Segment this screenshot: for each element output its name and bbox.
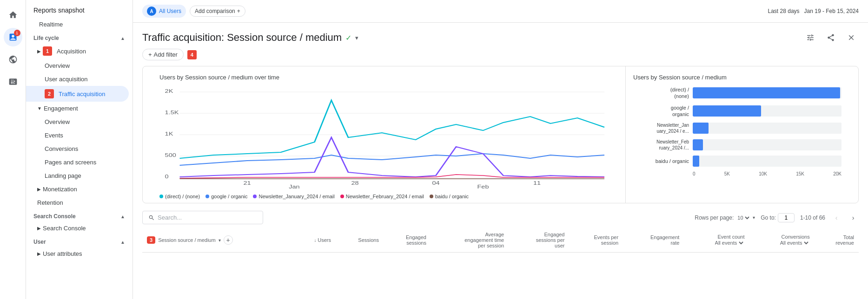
line-chart-svg: 2K 1.5K 1K 500 0 xyxy=(159,86,618,188)
svg-text:Jan: Jan xyxy=(289,184,299,188)
next-page-button[interactable]: › xyxy=(848,212,859,223)
engagement-subsection[interactable]: ▼ Engagement xyxy=(26,102,133,115)
bar-label-newsletter-feb: Newsletter_February_2024 /... xyxy=(633,139,689,151)
bar-track-newsletter-jan xyxy=(693,123,841,134)
user-chevron: ▲ xyxy=(120,240,125,245)
lifecycle-chevron: ▲ xyxy=(120,36,125,41)
svg-text:04: 04 xyxy=(432,181,439,186)
legend-google: google / organic xyxy=(205,194,247,199)
reports-snapshot-label: Reports snapshot xyxy=(33,6,85,14)
title-dropdown-chevron[interactable]: ▾ xyxy=(355,34,358,41)
data-table: 3 Session source / medium ▾ + ↓ Users Se… xyxy=(142,228,859,253)
page-info: 1-10 of 66 xyxy=(800,214,825,221)
add-comparison-button[interactable]: Add comparison + xyxy=(190,6,245,17)
sidebar-item-overview-eng[interactable]: Overview xyxy=(26,115,129,129)
search-box[interactable]: Search... xyxy=(142,211,263,224)
top-bar-left: A All Users Add comparison + xyxy=(142,5,245,18)
svg-text:11: 11 xyxy=(533,181,541,186)
reports-icon[interactable]: 1 xyxy=(4,28,22,46)
bar-fill-direct xyxy=(693,87,840,98)
search-console-chevron: ▲ xyxy=(120,214,125,219)
bar-label-newsletter-jan: Newsletter_January_2024 / e... xyxy=(633,122,689,134)
home-icon[interactable] xyxy=(4,6,22,24)
line-chart-section: Users by Session source / medium over ti… xyxy=(152,66,626,203)
user-attributes-subsection[interactable]: ▶ User attributes xyxy=(26,247,133,260)
top-bar: A All Users Add comparison + Last 28 day… xyxy=(133,0,868,23)
line-chart-wrap: 2K 1.5K 1K 500 0 xyxy=(159,86,618,190)
search-console-expand-icon: ▶ xyxy=(37,226,41,231)
legend-dot-newsletter-feb xyxy=(340,195,344,198)
pagination-controls: Rows per page: 10 25 50 ▾ Go to: 1-10 of… xyxy=(695,212,859,223)
explore-icon[interactable] xyxy=(4,50,22,69)
monetization-expand-icon: ▶ xyxy=(37,187,41,192)
svg-text:500: 500 xyxy=(165,153,176,158)
sidebar-item-pages-screens[interactable]: Pages and screens xyxy=(26,156,129,169)
bar-chart-section: Users by Session source / medium (direct… xyxy=(626,66,849,203)
monetization-subsection[interactable]: ▶ Monetization xyxy=(26,182,133,196)
bar-fill-newsletter-jan xyxy=(693,123,709,134)
sidebar-item-conversions[interactable]: Conversions xyxy=(26,142,129,156)
rows-dropdown-icon: ▾ xyxy=(753,215,755,220)
th-sessions: Sessions xyxy=(336,228,384,253)
data-table-section: Search... Rows per page: 10 25 50 ▾ Go t… xyxy=(133,211,868,253)
bar-row-newsletter-jan: Newsletter_January_2024 / e... xyxy=(633,122,841,134)
all-users-chip[interactable]: A All Users xyxy=(142,5,186,18)
legend-baidu: baidu / organic xyxy=(430,194,469,199)
prev-page-button[interactable]: ‹ xyxy=(831,212,842,223)
conversions-select[interactable]: All events xyxy=(778,240,810,246)
line-chart-legend: (direct) / (none) google / organic Newsl… xyxy=(159,194,618,199)
legend-direct: (direct) / (none) xyxy=(159,194,200,199)
advertising-icon[interactable] xyxy=(4,72,22,91)
more-options-button[interactable] xyxy=(844,30,859,45)
line-chart-title: Users by Session source / medium over ti… xyxy=(159,74,618,81)
th-engaged-sessions-per-user: Engagedsessions peruser xyxy=(509,228,569,253)
dimension-dropdown[interactable]: ▾ xyxy=(219,238,221,243)
rows-per-page-select[interactable]: 10 25 50 xyxy=(735,214,751,221)
reports-snapshot-header[interactable]: Reports snapshot xyxy=(26,0,133,18)
annotation-2: 2 xyxy=(45,89,54,98)
svg-text:21: 21 xyxy=(243,181,251,186)
bar-axis: 0 5K 10K 15K 20K xyxy=(633,171,841,176)
th-event-count: Event count All events xyxy=(684,228,749,253)
user-section[interactable]: User ▲ xyxy=(26,235,133,247)
bar-track-direct xyxy=(693,87,841,98)
svg-text:Feb: Feb xyxy=(477,184,489,188)
event-count-select[interactable]: All events xyxy=(713,240,745,246)
sidebar-item-overview-acq[interactable]: Overview xyxy=(26,59,129,72)
th-avg-engagement: Averageengagement timeper session xyxy=(431,228,509,253)
bar-label-baidu: baidu / organic xyxy=(633,158,689,164)
rows-per-page: Rows per page: 10 25 50 ▾ xyxy=(695,214,755,221)
customize-report-button[interactable] xyxy=(803,30,818,45)
date-range[interactable]: Last 28 days Jan 19 - Feb 15, 2024 xyxy=(768,8,859,14)
bar-chart-title: Users by Session source / medium xyxy=(633,74,841,81)
bar-row-baidu: baidu / organic xyxy=(633,156,841,167)
search-console-subsection[interactable]: ▶ Search Console xyxy=(26,221,133,235)
sidebar-item-events[interactable]: Events xyxy=(26,129,129,142)
bar-label-google: google /organic xyxy=(633,104,689,118)
th-users: ↓ Users xyxy=(294,228,336,253)
filter-bar: + Add filter 4 xyxy=(133,49,868,66)
sidebar-item-user-acquisition[interactable]: User acquisition xyxy=(26,72,129,86)
add-filter-button[interactable]: + Add filter xyxy=(142,49,184,60)
search-icon xyxy=(148,214,155,221)
sidebar-item-traffic-acquisition[interactable]: 2 Traffic acquisition xyxy=(26,86,129,102)
chip-dot: A xyxy=(147,6,156,16)
sidebar-item-landing-page[interactable]: Landing page xyxy=(26,169,129,182)
search-console-section[interactable]: Search Console ▲ xyxy=(26,209,133,221)
dimension-chip: 3 xyxy=(147,236,155,244)
add-dimension-button[interactable]: + xyxy=(224,235,233,245)
lifecycle-section[interactable]: Life cycle ▲ xyxy=(26,31,133,43)
share-button[interactable] xyxy=(823,30,838,45)
goto-input[interactable] xyxy=(778,213,795,222)
bar-label-direct: (direct) /(none) xyxy=(633,86,689,100)
plus-icon: + xyxy=(237,8,240,14)
acquisition-subsection[interactable]: ▶ 1 Acquisition xyxy=(26,43,133,59)
sidebar-item-retention[interactable]: Retention xyxy=(26,196,129,209)
legend-dot-newsletter-jan xyxy=(253,195,257,198)
svg-text:0: 0 xyxy=(165,174,169,179)
charts-container: Users by Session source / medium over ti… xyxy=(142,66,859,203)
bar-row-google: google /organic xyxy=(633,104,841,118)
bar-fill-google xyxy=(693,105,761,117)
sidebar-item-realtime[interactable]: Realtime xyxy=(26,18,129,31)
bar-fill-newsletter-feb xyxy=(693,139,703,150)
